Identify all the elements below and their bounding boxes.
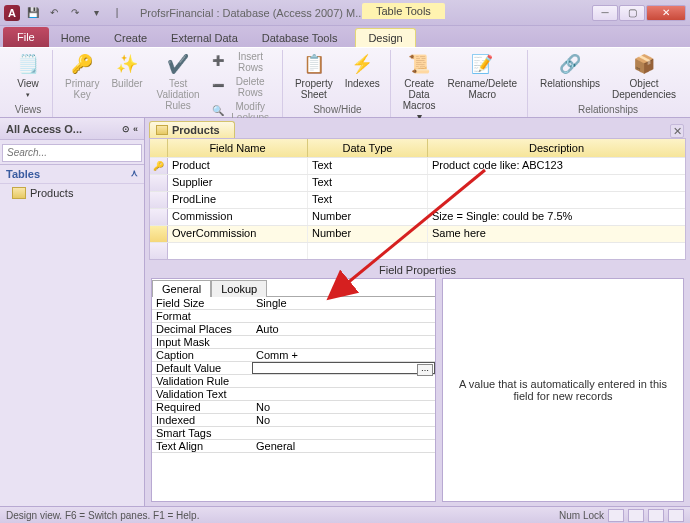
builder-button[interactable]: ✨ Builder [107,50,146,91]
property-row[interactable]: IndexedNo [152,414,435,427]
col-description[interactable]: Description [428,139,685,157]
property-row[interactable]: Text AlignGeneral [152,440,435,453]
row-selector[interactable] [150,192,168,208]
row-selector[interactable] [150,175,168,191]
rename-delete-macro-button[interactable]: 📝 Rename/Delete Macro [444,50,521,102]
object-dependencies-button[interactable]: 📦 Object Dependencies [608,50,680,102]
indexes-button[interactable]: ⚡ Indexes [341,50,384,91]
row-selector[interactable] [150,209,168,225]
check-icon: ✔️ [164,52,192,76]
property-value[interactable]: ⋯ [252,362,435,374]
cell-field-name[interactable]: Commission [168,209,308,225]
relationships-button[interactable]: 🔗 Relationships [536,50,604,91]
table-row[interactable]: SupplierText [150,174,685,191]
cell-field-name[interactable]: OverCommission [168,226,308,242]
property-value[interactable]: No [252,414,435,426]
table-row[interactable]: ProdLineText [150,191,685,208]
property-row[interactable]: Decimal PlacesAuto [152,323,435,336]
property-row[interactable]: Default Value⋯ [152,362,435,375]
view-datasheet-button[interactable] [608,509,624,522]
tab-external-data[interactable]: External Data [159,29,250,47]
quick-access-toolbar: 💾 ↶ ↷ ▾ | [24,4,126,22]
col-field-name[interactable]: Field Name [168,139,308,157]
property-value[interactable]: Single [252,297,435,309]
table-row[interactable]: CommissionNumberSize = Single: could be … [150,208,685,225]
property-value[interactable]: General [252,440,435,452]
property-help: A value that is automatically entered in… [442,278,684,502]
tab-create[interactable]: Create [102,29,159,47]
property-name: Input Mask [152,336,252,348]
qat-dropdown-icon[interactable]: ▾ [87,4,105,22]
save-icon[interactable]: 💾 [24,4,42,22]
statusbar: Design view. F6 = Switch panes. F1 = Hel… [0,506,690,523]
cell-data-type[interactable]: Number [308,226,428,242]
macro-icon: 📜 [405,52,433,76]
cell-description[interactable]: Size = Single: could be 7.5% [428,209,685,225]
cell-field-name[interactable]: Supplier [168,175,308,191]
delete-row-icon: ➖ [212,80,224,94]
view-sql-button[interactable] [648,509,664,522]
row-selector[interactable]: 🔑 [150,158,168,174]
cell-field-name[interactable]: ProdLine [168,192,308,208]
nav-item-products[interactable]: Products [0,184,144,202]
tab-general[interactable]: General [152,280,211,297]
tab-file[interactable]: File [3,27,49,47]
table-row[interactable]: 🔑ProductTextProduct code like: ABC123 [150,157,685,174]
cell-description[interactable] [428,175,685,191]
delete-rows-button[interactable]: ➖Delete Rows [210,75,276,99]
insert-rows-button[interactable]: ➕Insert Rows [210,50,276,74]
property-value[interactable]: Comm + [252,349,435,361]
tab-home[interactable]: Home [49,29,102,47]
redo-icon[interactable]: ↷ [66,4,84,22]
property-value[interactable] [252,427,435,439]
doc-tab-products[interactable]: Products [149,121,235,138]
property-row[interactable]: Validation Rule [152,375,435,388]
close-tab-button[interactable]: ✕ [670,124,684,138]
tab-database-tools[interactable]: Database Tools [250,29,350,47]
col-data-type[interactable]: Data Type [308,139,428,157]
close-button[interactable]: ✕ [646,5,686,21]
property-row[interactable]: Validation Text [152,388,435,401]
search-input[interactable] [2,144,142,162]
primary-key-button[interactable]: 🔑 Primary Key [61,50,103,102]
property-value[interactable]: No [252,401,435,413]
create-data-macros-button[interactable]: 📜 Create Data Macros ▾ [399,50,440,124]
minimize-button[interactable]: ─ [592,5,618,21]
property-row[interactable]: RequiredNo [152,401,435,414]
cell-data-type[interactable]: Text [308,192,428,208]
property-value[interactable] [252,375,435,387]
cell-data-type[interactable]: Text [308,158,428,174]
cell-description[interactable]: Product code like: ABC123 [428,158,685,174]
tab-lookup[interactable]: Lookup [211,280,267,297]
window-controls: ─ ▢ ✕ [592,5,686,21]
context-tab-title: Table Tools [362,3,445,19]
test-validation-button[interactable]: ✔️ Test Validation Rules [151,50,206,113]
property-sheet-button[interactable]: 📋 Property Sheet [291,50,337,102]
row-selector[interactable] [150,226,168,242]
undo-icon[interactable]: ↶ [45,4,63,22]
property-value[interactable] [252,336,435,348]
property-row[interactable]: Smart Tags [152,427,435,440]
property-row[interactable]: Format [152,310,435,323]
property-row[interactable]: Field SizeSingle [152,297,435,310]
tab-design[interactable]: Design [355,28,415,47]
view-design-button[interactable] [628,509,644,522]
property-row[interactable]: Input Mask [152,336,435,349]
table-row[interactable] [150,242,685,259]
cell-data-type[interactable]: Number [308,209,428,225]
property-value[interactable]: Auto [252,323,435,335]
view-other-button[interactable] [668,509,684,522]
cell-field-name[interactable]: Product [168,158,308,174]
cell-data-type[interactable]: Text [308,175,428,191]
cell-description[interactable]: Same here [428,226,685,242]
maximize-button[interactable]: ▢ [619,5,645,21]
property-row[interactable]: CaptionComm + [152,349,435,362]
cell-description[interactable] [428,192,685,208]
nav-header[interactable]: All Access O... ⊙ « [0,118,144,140]
property-value[interactable] [252,388,435,400]
property-name: Indexed [152,414,252,426]
property-value[interactable] [252,310,435,322]
table-row[interactable]: OverCommissionNumberSame here [150,225,685,242]
view-button[interactable]: 🗒️ View ▾ [10,50,46,101]
nav-section-tables[interactable]: Tables ⋏ [0,165,144,184]
